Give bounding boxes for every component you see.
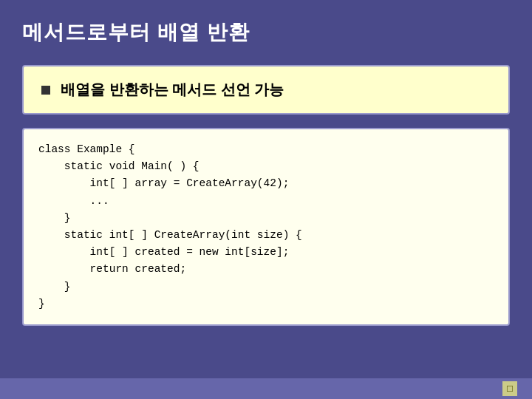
- code-line-3: int[ ] array = CreateArray(42);: [38, 175, 494, 192]
- bottom-bar: ☐: [0, 378, 532, 399]
- code-line-9: }: [38, 279, 494, 296]
- code-line-8: return created;: [38, 261, 494, 278]
- code-line-4: ...: [38, 193, 494, 210]
- page-icon-text: ☐: [506, 384, 514, 394]
- bullet-icon: [41, 86, 50, 95]
- code-line-1: class Example {: [38, 141, 494, 158]
- code-line-7: int[ ] created = new int[size];: [38, 244, 494, 261]
- slide-title: 메서드로부터 배열 반환: [22, 15, 510, 50]
- code-line-2: static void Main( ) {: [38, 158, 494, 175]
- slide-container: 메서드로부터 배열 반환 배열을 반환하는 메서드 선언 가능 class Ex…: [0, 0, 532, 399]
- bullet-box: 배열을 반환하는 메서드 선언 가능: [22, 65, 510, 115]
- page-number-icon: ☐: [502, 381, 517, 396]
- bullet-item: 배열을 반환하는 메서드 선언 가능: [41, 80, 491, 100]
- bullet-text: 배열을 반환하는 메서드 선언 가능: [61, 80, 284, 100]
- code-line-5: }: [38, 210, 494, 227]
- code-line-6: static int[ ] CreateArray(int size) {: [38, 227, 494, 244]
- code-block: class Example { static void Main( ) { in…: [22, 128, 510, 326]
- code-line-10: }: [38, 296, 494, 313]
